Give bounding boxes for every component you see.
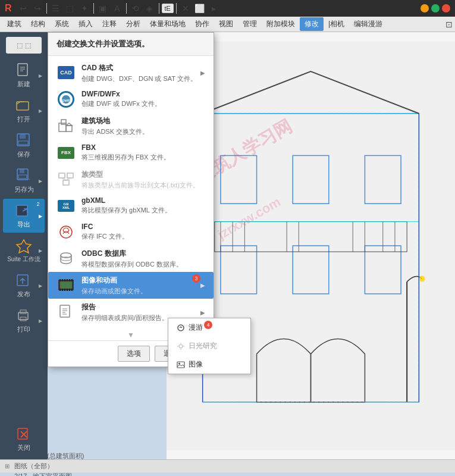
gbxml-item-desc: 将比模型保存为 gbXML 文件。 <box>81 206 205 214</box>
app-menu-export[interactable]: 导出 2 ▶ <box>3 199 45 233</box>
menu-massing[interactable]: 体量和场地 <box>145 17 190 31</box>
close-label: 关闭 <box>17 443 30 452</box>
gbxml-item-title: gbXML <box>81 196 205 205</box>
menu-addon[interactable]: 附加模块 <box>262 17 300 31</box>
toolbar-btn-1[interactable]: ☰ <box>49 2 62 15</box>
new-arrow: ▶ <box>39 73 42 78</box>
menu-camera[interactable]: |相机 <box>324 17 349 31</box>
menu-view[interactable]: 视图 <box>214 17 238 31</box>
toolbar-btn-7[interactable]: ◈ <box>143 2 156 15</box>
popup-item-cad[interactable]: CAD CAD 格式 创建 DWG、DXF、DGN 或 SAT 文件。 ▶ <box>48 60 214 86</box>
svg-rect-47 <box>67 289 68 291</box>
menu-architecture[interactable]: 建筑 <box>2 17 26 31</box>
main-area: ⬚ ⬚ 新建 ▶ 打开 ▶ <box>0 32 455 459</box>
popup-body: CAD CAD 格式 创建 DWG、DXF、DGN 或 SAT 文件。 ▶ DW… <box>48 56 214 330</box>
svg-rect-38 <box>59 279 61 281</box>
toolbar-btn-2[interactable]: ⬚ <box>64 2 77 15</box>
menu-structure[interactable]: 结构 <box>26 17 50 31</box>
minimize-button[interactable] <box>421 4 429 12</box>
maximize-button[interactable] <box>431 4 440 12</box>
toolbar-btn-5[interactable]: A <box>111 2 124 15</box>
menu-collaborate[interactable]: 协作 <box>190 17 214 31</box>
image-item-text: 图像和动画 保存动画或图像文件。 <box>81 275 198 295</box>
app-menu-close[interactable]: 关闭 <box>3 422 45 456</box>
menu-annotate[interactable]: 注释 <box>98 17 121 31</box>
bottom-collapse[interactable]: ⊞ <box>5 463 10 469</box>
menu-insert[interactable]: 插入 <box>74 17 98 31</box>
submenu-wander[interactable]: 漫游 4 <box>168 318 250 337</box>
export-label: 导出 <box>17 220 30 229</box>
close-button[interactable] <box>442 4 450 12</box>
image-badge: 3 <box>192 274 200 283</box>
image-item-desc: 保存动画或图像文件。 <box>81 287 198 295</box>
odbc-format-icon <box>57 249 76 268</box>
family-item-title: 族类型 <box>81 170 205 180</box>
popup-item-image[interactable]: 图像和动画 保存动画或图像文件。 3 ▶ <box>48 272 214 299</box>
toolbar-sep-2 <box>93 3 94 14</box>
popup-item-family[interactable]: 族类型 将族类型从当前族导出到文本(.txt)文件。 <box>48 166 214 193</box>
svg-rect-62 <box>177 362 184 368</box>
dwf-item-text: DWF/DWFx 创建 DWF 或 DWFx 文件。 <box>81 90 205 108</box>
menu-modify[interactable]: 修改 <box>300 17 324 31</box>
bottom-item-2[interactable]: 图纸（全部） <box>12 461 86 471</box>
fbx-format-icon: FBX <box>57 143 76 162</box>
toolbar-btn-10[interactable]: ▸ <box>208 2 221 15</box>
cad-arrow-icon: ▶ <box>200 70 205 76</box>
app-menu-print[interactable]: 打印 ▶ <box>3 303 45 337</box>
open-arrow: ▶ <box>39 108 42 113</box>
popup-item-fbx[interactable]: FBX FBX 将三维视图另存为 FBX 文件。 <box>48 140 214 166</box>
menu-collapse[interactable]: ⊡ <box>445 20 453 29</box>
app-menu-open[interactable]: 打开 ▶ <box>3 93 45 127</box>
app-menu-saveas[interactable]: → 另存为 ▶ <box>3 164 45 198</box>
export-popup: 创建交换文件并设置选项。 CAD CAD 格式 创建 DWG、DXF、DGN 或… <box>48 32 214 367</box>
toolbar-btn-9[interactable]: ⬜ <box>193 2 206 15</box>
window-controls <box>421 4 450 12</box>
image-item-title: 图像和动画 <box>81 275 198 286</box>
toolbar-btn-6[interactable]: ⟲ <box>129 2 142 15</box>
svg-rect-12 <box>17 205 27 216</box>
family-item-text: 族类型 将族类型从当前族导出到文本(.txt)文件。 <box>81 170 205 189</box>
svg-point-63 <box>178 362 180 364</box>
submenu-image[interactable]: 图像 <box>168 355 250 374</box>
dwf-item-desc: 创建 DWF 或 DWFx 文件。 <box>81 99 205 108</box>
toolbar-sep-4 <box>159 3 159 14</box>
app-menu-publish[interactable]: 发布 ▶ <box>3 268 45 302</box>
svg-rect-46 <box>64 289 65 291</box>
popup-item-ifc[interactable]: IFC 保存 IFC 文件。 <box>48 219 214 245</box>
toolbar-sep-1 <box>46 3 47 14</box>
toolbar-btn-undo[interactable]: ↩ <box>17 2 30 15</box>
odbc-item-title: ODBC 数据库 <box>81 249 205 259</box>
toolbar-btn-4[interactable]: ▣ <box>96 2 109 15</box>
app-menu-top-buttons[interactable]: ⬚ ⬚ <box>6 37 42 54</box>
toolbar-btn-8[interactable]: ✕ <box>179 2 192 15</box>
svg-rect-43 <box>71 279 73 281</box>
svg-rect-10 <box>18 175 27 178</box>
bottom-item-3[interactable]: 2/17 - 地下室平面图 <box>12 471 86 476</box>
cad-item-title: CAD 格式 <box>81 63 198 73</box>
popup-item-building[interactable]: 建筑场地 导出 ADSK 交换文件。 <box>48 112 214 139</box>
app-menu-suite[interactable]: Suite 工作流 ▶ <box>3 234 45 267</box>
popup-item-odbc[interactable]: ODBC 数据库 将模型数据保存到 ODBC 数据库。 <box>48 245 214 272</box>
image-anim-icon <box>57 275 76 295</box>
suite-arrow: ▶ <box>39 248 42 253</box>
svg-rect-44 <box>59 289 61 291</box>
menu-edit-walkthrough[interactable]: 编辑漫游 <box>349 17 387 31</box>
svg-point-83 <box>419 276 425 282</box>
menu-analyze[interactable]: 分析 <box>121 17 145 31</box>
svg-rect-0 <box>18 64 27 76</box>
wander-label: 漫游 <box>189 322 203 333</box>
suite-icon <box>14 237 33 254</box>
te-badge: tE <box>162 4 174 13</box>
saveas-label: 另存为 <box>14 185 34 194</box>
app-menu-new[interactable]: 新建 ▶ <box>3 58 45 92</box>
menu-manage[interactable]: 管理 <box>238 17 262 31</box>
popup-item-gbxml[interactable]: GB XML gbXML 将比模型保存为 gbXML 文件。 <box>48 193 214 219</box>
menu-system[interactable]: 系统 <box>50 17 74 31</box>
app-menu-save[interactable]: 保存 <box>3 129 45 162</box>
toolbar-btn-3[interactable]: ✦ <box>78 2 91 15</box>
toolbar-btn-redo[interactable]: ↪ <box>31 2 44 15</box>
wander-icon <box>177 324 185 332</box>
popup-item-dwf[interactable]: DWF DWF/DWFx 创建 DWF 或 DWFx 文件。 <box>48 86 214 112</box>
options-button[interactable]: 选项 <box>118 346 150 362</box>
menubar: 建筑 结构 系统 插入 注释 分析 体量和场地 协作 视图 管理 附加模块 修改… <box>0 17 455 32</box>
